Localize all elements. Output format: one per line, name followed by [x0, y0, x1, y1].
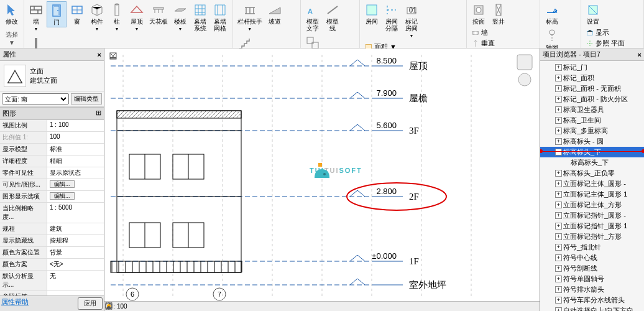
properties-help-link[interactable]: 属性帮助 [1, 297, 29, 310]
tree-toggle-icon[interactable]: + [555, 212, 562, 219]
drawing-canvas[interactable]: 8.500屋顶7.900屋檐5.6003F2.8002F±0.0001F室外地坪… [104, 49, 540, 311]
tree-item[interactable]: +符号剖断线 [540, 263, 644, 274]
tree-toggle-icon[interactable]: + [555, 106, 562, 113]
tree-item[interactable]: +标高卫生器具 [540, 104, 644, 115]
tree-toggle-icon[interactable]: - [555, 149, 562, 156]
ribbon-component[interactable]: 构件▼ [88, 1, 106, 34]
close-icon[interactable]: × [98, 51, 101, 58]
ribbon-text[interactable]: A模型文字 [303, 1, 322, 33]
prop-row[interactable]: 颜色方案<无> [0, 259, 104, 271]
prop-row[interactable]: 比例值 1:100 [0, 132, 104, 144]
ribbon-cursor[interactable]: 修改 [2, 1, 21, 26]
tree-item[interactable]: +标高标头 - 圆 [540, 136, 644, 147]
tree-item[interactable]: +符号_指北针 [540, 242, 644, 253]
ribbon-byface[interactable]: 按面 [469, 1, 488, 26]
tree-item[interactable]: +标高标头_正负零 [540, 168, 644, 179]
tree-item[interactable]: 标高标头_下 [540, 157, 644, 168]
tree-item[interactable]: +立面标记指针_方形 [540, 231, 644, 242]
tree-item[interactable]: +标高_卫生间 [540, 115, 644, 126]
ribbon-ceiling[interactable]: 天花板 [147, 1, 170, 26]
ribbon-column[interactable]: 柱▼ [108, 1, 126, 34]
prop-row[interactable]: 参照标签 [0, 291, 104, 295]
tree-item[interactable]: -标高标头_下 [540, 147, 644, 157]
tree-toggle-icon[interactable]: + [555, 223, 562, 230]
tree-toggle-icon[interactable]: + [555, 96, 562, 103]
ribbon-level[interactable]: 标高 [543, 1, 561, 26]
tree-toggle-icon[interactable]: + [555, 307, 562, 311]
tree-item[interactable]: +标记_面积 - 无面积 [540, 83, 644, 94]
type-selector[interactable]: 立面 建筑立面 [0, 61, 104, 91]
ribbon-vertical[interactable]: 垂直 [469, 38, 504, 49]
ribbon-railing[interactable]: 栏杆扶手▼ [236, 1, 264, 34]
tree-item[interactable]: +标记_门 [540, 62, 644, 73]
tree-toggle-icon[interactable]: + [555, 180, 562, 187]
ribbon-curtain[interactable]: 幕墙系统 [191, 1, 209, 33]
tree-toggle-icon[interactable]: + [555, 254, 562, 261]
ribbon-shaft[interactable]: 竖井 [489, 1, 508, 26]
prop-row[interactable]: 规程建筑 [0, 223, 104, 235]
tree-item[interactable]: +符号单圆轴号 [540, 274, 644, 284]
apply-button[interactable]: 应用 [78, 297, 103, 310]
ribbon-tagroom[interactable]: 01标记房间▼ [402, 1, 421, 40]
ribbon-refplane[interactable]: 参照 平面 [584, 38, 627, 49]
prop-row[interactable]: 颜色方案位置背景 [0, 247, 104, 259]
close-icon[interactable]: × [638, 51, 642, 58]
tree-toggle-icon[interactable]: + [555, 85, 562, 92]
ribbon-curtaingrid[interactable]: 幕墙网格 [211, 1, 229, 33]
tree-item[interactable]: +立面标记主体_方形 [540, 200, 644, 210]
svg-text:3F: 3F [409, 126, 419, 136]
tree-item[interactable]: +立面标记主体_圆形 - [540, 179, 644, 189]
tree-toggle-icon[interactable]: + [555, 202, 562, 208]
svg-text:±0.000: ±0.000 [372, 251, 397, 261]
ribbon-show[interactable]: 显示 [584, 27, 627, 38]
tree-item[interactable]: +自动选择向上/向下方向 [540, 305, 644, 311]
tree-toggle-icon[interactable]: + [555, 297, 562, 304]
tree-item[interactable]: +符号车库分水线箭头 [540, 295, 644, 305]
tree-item[interactable]: +立面标记指针_圆形 - [540, 210, 644, 221]
prop-row[interactable]: 当比例粗略度...1 : 5000 [0, 203, 104, 223]
ribbon-wall[interactable]: 墙▼ [27, 1, 45, 34]
tree-item[interactable]: +标高_多重标高 [540, 126, 644, 136]
prop-row[interactable]: 视图比例1 : 100 [0, 120, 104, 132]
crop-icon[interactable] [104, 302, 113, 310]
ribbon-room[interactable]: 房间 [362, 1, 381, 26]
tree-item[interactable]: +立面标记主体_圆形 1 [540, 189, 644, 200]
prop-row[interactable]: 显示模型标准 [0, 144, 104, 156]
tree-item[interactable]: +符号排水箭头 [540, 284, 644, 295]
tree-toggle-icon[interactable]: + [555, 128, 562, 134]
tree-toggle-icon[interactable]: + [555, 191, 562, 198]
tree-toggle-icon[interactable]: + [555, 170, 562, 177]
tree-toggle-icon[interactable]: + [555, 244, 562, 251]
tree-item[interactable]: +立面标记指针_圆形 1 [540, 221, 644, 231]
ribbon-floor[interactable]: 楼板▼ [171, 1, 190, 34]
prop-row[interactable]: 可见性/图形...编辑... [0, 179, 104, 191]
ribbon-door[interactable]: 门 [47, 1, 67, 27]
tree-item[interactable]: +标记_面积 [540, 73, 644, 83]
tree-toggle-icon[interactable]: + [555, 138, 562, 145]
prop-row[interactable]: 详细程度精细 [0, 156, 104, 167]
navigation-bar[interactable] [515, 53, 535, 91]
tree-toggle-icon[interactable]: + [555, 64, 562, 71]
ribbon-ramp[interactable]: 坡道 [265, 1, 284, 26]
tree-toggle-icon[interactable]: + [555, 276, 562, 282]
tree-toggle-icon[interactable]: + [555, 75, 562, 81]
ribbon-roomsep[interactable]: 房间分隔 [382, 1, 401, 33]
ribbon-window[interactable]: 窗 [68, 1, 86, 26]
tree-toggle-icon[interactable]: + [555, 117, 562, 124]
prop-row[interactable]: 图形显示选项编辑... [0, 191, 104, 203]
prop-section-图形[interactable]: 图形⊞ [0, 107, 104, 120]
tree-item[interactable]: +标记_面积 - 防火分区 [540, 94, 644, 104]
instance-selector[interactable]: 立面: 南 [2, 93, 69, 104]
ribbon-line[interactable]: 模型线 [323, 1, 342, 33]
edit-type-button[interactable]: 编辑类型 [71, 93, 102, 104]
prop-row[interactable]: 显示隐藏线按规程 [0, 235, 104, 247]
tree-toggle-icon[interactable]: + [555, 233, 562, 240]
ribbon-set[interactable]: 设置 [584, 1, 602, 26]
ribbon-roof[interactable]: 屋顶▼ [127, 1, 146, 34]
tree-item[interactable]: +符号中心线 [540, 253, 644, 263]
tree-toggle-icon[interactable]: + [555, 265, 562, 272]
prop-row[interactable]: 零件可见性显示原状态 [0, 167, 104, 179]
ribbon-openwall[interactable]: 墙 [469, 27, 504, 38]
tree-toggle-icon[interactable]: + [555, 286, 562, 293]
prop-row[interactable]: 默认分析显示...无 [0, 271, 104, 291]
